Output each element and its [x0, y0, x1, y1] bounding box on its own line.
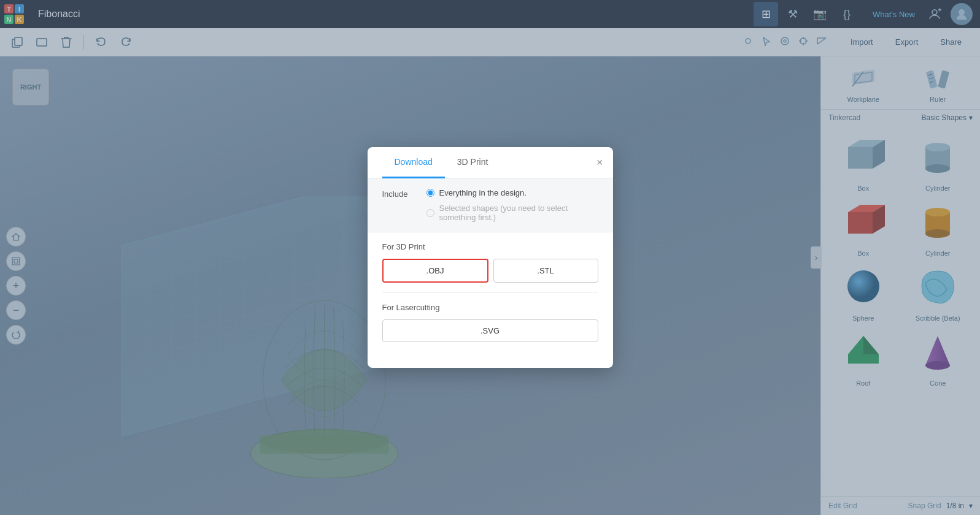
modal-body: Include Everything in the design. Select…: [368, 178, 613, 352]
include-row: Include Everything in the design. Select…: [382, 188, 598, 222]
modal-close-button[interactable]: ×: [596, 157, 603, 168]
tab-download[interactable]: Download: [382, 147, 445, 178]
radio-everything-label: Everything in the design.: [439, 188, 527, 197]
modal-lasercutting-section: For Lasercutting .SVG: [368, 293, 613, 352]
radio-row-selected: Selected shapes (you need to select some…: [426, 204, 598, 222]
include-label: Include: [382, 188, 419, 199]
format-obj-button[interactable]: .OBJ: [382, 259, 488, 283]
format-svg-button[interactable]: .SVG: [382, 319, 598, 342]
modal-radios: Everything in the design. Selected shape…: [426, 188, 598, 222]
radio-everything[interactable]: [426, 189, 434, 197]
tab-3dprint[interactable]: 3D Print: [445, 147, 501, 178]
modal-tabs: Download 3D Print ×: [368, 147, 613, 178]
radio-row-everything: Everything in the design.: [426, 188, 598, 197]
radio-selected-label: Selected shapes (you need to select some…: [439, 204, 598, 222]
modal-include-section: Include Everything in the design. Select…: [368, 178, 613, 232]
for-3dprint-title: For 3D Print: [382, 242, 598, 251]
modal-3dprint-section: For 3D Print .OBJ .STL: [368, 232, 613, 292]
radio-selected[interactable]: [426, 209, 434, 217]
modal-overlay[interactable]: Download 3D Print × Include Everything i…: [0, 0, 980, 515]
for-lasercutting-title: For Lasercutting: [382, 303, 598, 312]
format-stl-button[interactable]: .STL: [493, 259, 598, 283]
format-buttons-lasercutting: .SVG: [382, 319, 598, 342]
download-modal: Download 3D Print × Include Everything i…: [368, 147, 613, 368]
format-buttons-3dprint: .OBJ .STL: [382, 259, 598, 283]
